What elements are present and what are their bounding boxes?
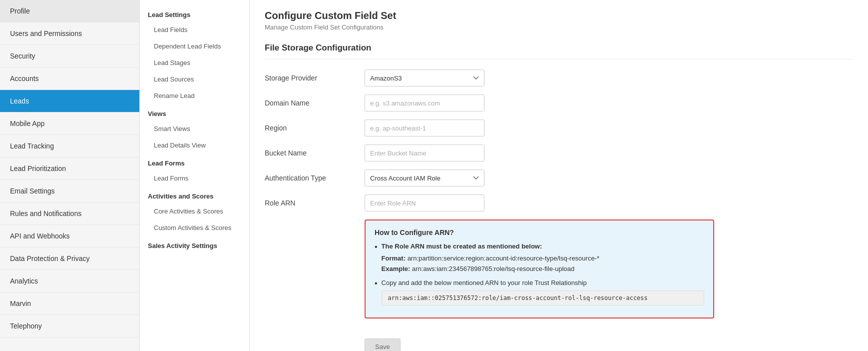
sidebar-item-marvin[interactable]: Marvin <box>0 292 139 315</box>
arn-info-title: How to Configure ARN? <box>375 228 704 236</box>
sidebar-item-email-settings[interactable]: Email Settings <box>0 180 139 202</box>
main-content: Configure Custom Field Set Manage Custom… <box>250 0 868 351</box>
region-label: Region <box>265 124 365 132</box>
page-title: Configure Custom Field Set <box>265 10 853 22</box>
region-row: Region <box>265 120 853 136</box>
sidebar-item-users-permissions[interactable]: Users and Permissions <box>0 22 139 45</box>
role-arn-input[interactable] <box>365 194 484 212</box>
sidebar-middle: Lead SettingsLead FieldsDependent Lead F… <box>140 0 250 351</box>
bullet2-icon: • <box>375 278 378 289</box>
sidebar-section-header: Lead Settings <box>140 5 249 22</box>
arn-info-box: How to Configure ARN? • The Role ARN mus… <box>365 220 714 318</box>
sidebar-sub-item[interactable]: Lead Forms <box>140 170 249 186</box>
sidebar-item-profile[interactable]: Profile <box>0 0 139 22</box>
sidebar-item-security[interactable]: Security <box>0 45 139 68</box>
sidebar-sub-item[interactable]: Smart Views <box>140 120 249 137</box>
sidebar-item-data-protection[interactable]: Data Protection & Privacy <box>0 248 139 270</box>
arn-bullet2-item: • Copy and add the below mentioned ARN t… <box>375 278 704 306</box>
role-arn-label: Role ARN <box>265 199 365 207</box>
sidebar-item-rules-notifications[interactable]: Rules and Notifications <box>0 202 139 225</box>
arn-format-value: arn:partition:service:region:account-id:… <box>408 254 599 262</box>
domain-name-input[interactable] <box>365 94 484 112</box>
sidebar-item-lead-tracking[interactable]: Lead Tracking <box>0 135 139 158</box>
sidebar-sub-item[interactable]: Custom Activities & Scores <box>140 220 249 236</box>
arn-bullet1-bold: The Role ARN must be created as mentione… <box>382 242 542 250</box>
region-input[interactable] <box>365 120 484 136</box>
sidebar-sub-item[interactable]: Lead Fields <box>140 22 249 38</box>
domain-name-row: Domain Name <box>265 94 853 112</box>
arn-bullet1-item: • The Role ARN must be created as mentio… <box>375 242 704 274</box>
sidebar-sub-item[interactable]: Lead Stages <box>140 54 249 71</box>
sidebar-item-mobile-app[interactable]: Mobile App <box>0 112 139 135</box>
storage-provider-select[interactable]: AmazonS3AzureGoogle Cloud <box>365 70 484 86</box>
bucket-name-row: Bucket Name <box>265 144 853 162</box>
page-subtitle: Manage Custom Field Set Configurations <box>265 24 853 31</box>
auth-type-select[interactable]: Cross Account IAM RoleAccess KeyIAM Role <box>365 170 484 186</box>
arn-bullet1-text: The Role ARN must be created as mentione… <box>382 242 599 252</box>
arn-format-line: Format: arn:partition:service:region:acc… <box>382 254 599 264</box>
sidebar-section-header: Activities and Scores <box>140 186 249 203</box>
arn-example-line: Example: arn:aws:iam:234567898765:role/l… <box>382 264 599 274</box>
sidebar-section-header: Sales Activity Settings <box>140 236 249 252</box>
sidebar-item-analytics[interactable]: Analytics <box>0 270 139 292</box>
arn-example-value: arn:aws:iam:234567898765:role/lsq-resour… <box>412 265 574 272</box>
section-title: File Storage Configuration <box>265 43 853 60</box>
auth-type-label: Authentication Type <box>265 174 365 182</box>
bullet1-icon: • <box>375 242 378 252</box>
storage-provider-label: Storage Provider <box>265 74 365 82</box>
sidebar-left: ProfileUsers and PermissionsSecurityAcco… <box>0 0 140 351</box>
bucket-name-label: Bucket Name <box>265 149 365 157</box>
sidebar-sub-item[interactable]: Lead Sources <box>140 71 249 88</box>
sidebar-item-api-webhooks[interactable]: API and Webhooks <box>0 225 139 248</box>
sidebar-section-header: Views <box>140 104 249 120</box>
sidebar-item-lead-prioritization[interactable]: Lead Prioritization <box>0 158 139 180</box>
sidebar-sub-item[interactable]: Core Activities & Scores <box>140 203 249 220</box>
domain-name-label: Domain Name <box>265 99 365 107</box>
sidebar-item-telephony[interactable]: Telephony <box>0 315 139 338</box>
storage-provider-row: Storage Provider AmazonS3AzureGoogle Clo… <box>265 70 853 86</box>
bucket-name-input[interactable] <box>365 144 484 162</box>
arn-trust-code: arn:aws:iam::025751376572:role/iam-cross… <box>382 290 704 306</box>
arn-bullet2-text: Copy and add the below mentioned ARN to … <box>382 278 704 288</box>
sidebar-sub-item[interactable]: Lead Details View <box>140 137 249 154</box>
role-arn-row: Role ARN <box>265 194 853 212</box>
save-button[interactable]: Save <box>365 338 401 351</box>
sidebar-item-accounts[interactable]: Accounts <box>0 68 139 90</box>
sidebar-item-leads[interactable]: Leads <box>0 90 139 112</box>
arn-example-label: Example: <box>382 265 411 272</box>
auth-type-row: Authentication Type Cross Account IAM Ro… <box>265 170 853 186</box>
sidebar-section-header: Lead Forms <box>140 154 249 170</box>
arn-format-label: Format: <box>382 254 406 262</box>
sidebar-sub-item[interactable]: Rename Lead <box>140 88 249 104</box>
form-actions: Save <box>265 328 853 351</box>
sidebar-sub-item[interactable]: Dependent Lead Fields <box>140 38 249 54</box>
